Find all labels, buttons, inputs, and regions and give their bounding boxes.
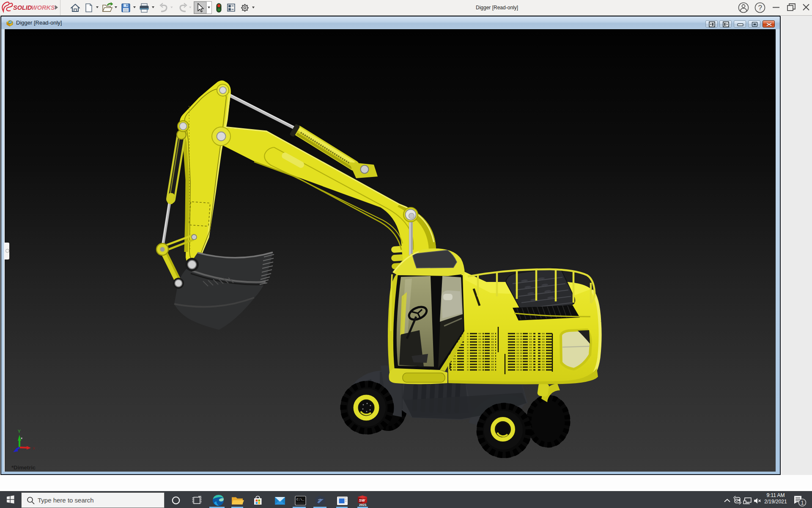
- svg-text:WORKS: WORKS: [31, 4, 55, 11]
- svg-text:C:\_: C:\_: [296, 498, 304, 501]
- svg-text:1: 1: [801, 500, 804, 506]
- svg-text:2021: 2021: [359, 503, 367, 507]
- svg-text:?: ?: [758, 4, 762, 12]
- svg-text:SW: SW: [359, 498, 366, 502]
- svg-text:SOLID: SOLID: [13, 4, 32, 11]
- svg-text:Y: Y: [18, 429, 21, 434]
- svg-text:X: X: [33, 446, 35, 450]
